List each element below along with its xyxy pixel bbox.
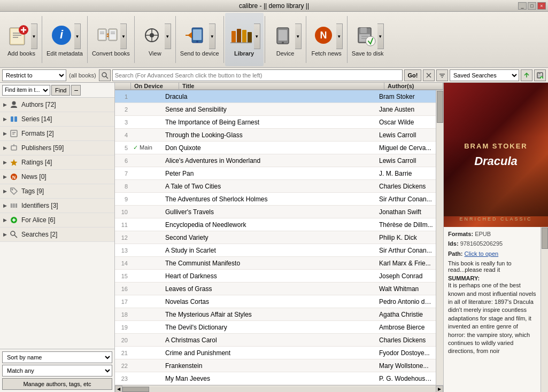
svg-point-33 (282, 42, 284, 44)
device-arrow[interactable]: ▼ (295, 23, 302, 49)
table-row[interactable]: 22FrankensteinMary Wollstone... (115, 359, 436, 372)
svg-rect-69 (12, 203, 13, 208)
table-row[interactable]: 1DraculaBram Stoker (115, 90, 436, 103)
book-list-scrollbar[interactable] (436, 90, 443, 385)
find-type-select[interactable]: Find item in t... (2, 85, 50, 96)
add-books-icon (5, 22, 31, 48)
table-row[interactable]: 20A Christmas CarolCharles Dickens (115, 334, 436, 347)
identifiers-header[interactable]: ▶ Identifiers [3] (0, 199, 114, 213)
send-to-device-arrow[interactable]: ▼ (209, 23, 215, 49)
advanced-search-button[interactable] (99, 69, 111, 81)
table-row[interactable]: 8A Tale of Two CitiesCharles Dickens (115, 180, 436, 193)
table-row[interactable]: 7Peter PanJ. M. Barrie (115, 167, 436, 180)
detail-scrollbar[interactable] (541, 227, 548, 392)
convert-books-button[interactable]: ▼ Convert books (89, 13, 133, 66)
h-scroll-thumb[interactable] (122, 387, 149, 392)
sort-by-select[interactable]: Sort by name (2, 351, 112, 363)
news-header[interactable]: ▶ N News [0] (0, 170, 114, 184)
library-arrow[interactable]: ▼ (254, 23, 260, 49)
row-on-device: ✓ Main (131, 144, 163, 151)
row-title: A Study in Scarlet (163, 247, 377, 254)
publishers-header[interactable]: ▶ Publishers [59] (0, 141, 114, 155)
table-row[interactable]: 19The Devil's DictionaryAmbrose Bierce (115, 321, 436, 334)
book-list[interactable]: 1DraculaBram Stoker2Sense and Sensibilit… (115, 90, 436, 385)
convert-books-arrow[interactable]: ▼ (120, 23, 127, 49)
table-row[interactable]: 15Heart of DarknessJoseph Conrad (115, 270, 436, 283)
window-controls[interactable]: _ □ × (518, 2, 546, 10)
h-scroll-right-button[interactable]: ▶ (436, 386, 443, 393)
restrict-to-select[interactable]: Restrict to (2, 69, 66, 81)
clear-search-button[interactable] (423, 69, 435, 81)
formats-header[interactable]: ▶ Formats [2] (0, 127, 114, 140)
table-row[interactable]: 13A Study in ScarletSir Arthur Conan... (115, 244, 436, 257)
edit-metadata-button[interactable]: i ▼ Edit metadata (43, 13, 86, 66)
h-scroll-left-button[interactable]: ◀ (115, 386, 122, 393)
close-button[interactable]: × (537, 2, 546, 10)
save-to-disk-label: Save to disk (352, 50, 384, 57)
table-row[interactable]: 16Leaves of GrassWalt Whitman (115, 283, 436, 295)
svg-rect-47 (441, 75, 444, 76)
table-row[interactable]: 4Through the Looking-GlassLewis Carroll (115, 129, 436, 142)
table-row[interactable]: 9The Adventures of Sherlock HolmesSir Ar… (115, 193, 436, 206)
table-row[interactable]: 11Encyclopedia of NeedleworkThérèse de D… (115, 218, 436, 231)
send-to-device-button[interactable]: ▼ Send to device (177, 13, 222, 66)
row-number: 20 (115, 337, 131, 343)
row-title: Dracula (163, 93, 377, 100)
on-device-column-header[interactable]: On Device (131, 83, 179, 89)
table-row[interactable]: 23My Man JeevesP. G. Wodehouse... (115, 372, 436, 385)
h-scroll-track[interactable] (122, 387, 436, 392)
view-arrow[interactable]: ▼ (165, 23, 171, 49)
svg-text:N: N (12, 175, 16, 180)
fetch-news-arrow[interactable]: ▼ (336, 23, 343, 49)
book-list-panel: On Device Title Author(s) 1DraculaBram S… (115, 83, 444, 392)
publishers-section: ▶ Publishers [59] (0, 141, 114, 155)
searches-header[interactable]: ▶ Searches [2] (0, 228, 114, 241)
view-button[interactable]: ▼ View (136, 13, 174, 66)
go-button[interactable]: Go! (404, 69, 421, 81)
find-clear-button[interactable]: − (71, 85, 81, 96)
library-button[interactable]: ▼ Library (225, 13, 264, 66)
find-button[interactable]: Find (51, 85, 70, 96)
edit-metadata-arrow[interactable]: ▼ (74, 23, 81, 49)
match-any-select[interactable]: Match any (2, 365, 112, 377)
search-input[interactable] (112, 69, 403, 81)
table-row[interactable]: 10Gulliver's TravelsJonathan Swift (115, 206, 436, 218)
fetch-news-button[interactable]: N ▼ Fetch news (307, 13, 346, 66)
table-row[interactable]: 3The Importance of Being EarnestOscar Wi… (115, 116, 436, 129)
ratings-header[interactable]: ▶ Ratings [4] (0, 155, 114, 169)
book-list-scroll-thumb[interactable] (437, 91, 443, 123)
table-row[interactable]: 14The Communist ManifestoKarl Marx & Fri… (115, 257, 436, 270)
table-row[interactable]: 2Sense and SensibilityJane Austen (115, 103, 436, 116)
table-row[interactable]: 6Alice's Adventures in WonderlandLewis C… (115, 154, 436, 167)
svg-rect-23 (193, 29, 202, 40)
table-row[interactable]: 18The Mysterious Affair at StylesAgatha … (115, 308, 436, 321)
save-to-disk-button[interactable]: ▼ Save to disk (349, 13, 387, 66)
device-button[interactable]: ▼ Device (266, 13, 305, 66)
table-row[interactable]: 21Crime and PunishmentFyodor Dostoye... (115, 347, 436, 359)
save-to-disk-arrow[interactable]: ▼ (377, 23, 384, 49)
table-row[interactable]: 5✓ MainDon QuixoteMiguel de Cerva... (115, 142, 436, 154)
row-number: 14 (115, 260, 131, 266)
detail-scroll-thumb[interactable] (542, 228, 548, 249)
table-row[interactable]: 12Second VarietyPhilip K. Dick (115, 231, 436, 244)
add-books-arrow[interactable]: ▼ (31, 23, 37, 49)
load-search-button[interactable] (521, 69, 532, 81)
author-column-header[interactable]: Author(s) (384, 83, 443, 89)
tags-header[interactable]: ▶ Tags [9] (0, 184, 114, 198)
maximize-button[interactable]: □ (528, 2, 536, 10)
foralice-header[interactable]: ▶ For Alice [6] (0, 213, 114, 227)
save-search-button[interactable] (534, 69, 546, 81)
row-title: The Devil's Dictionary (163, 324, 377, 331)
search-options-button[interactable] (436, 69, 448, 81)
saved-searches-select[interactable]: Saved Searches (450, 69, 519, 81)
table-row[interactable]: 17Novelas CortasPedro Antonio de... (115, 295, 436, 308)
svg-point-56 (12, 101, 16, 105)
authors-header[interactable]: ▶ Authors [72] (0, 98, 114, 112)
formats-label: Formats: (448, 231, 473, 237)
manage-button[interactable]: Manage authors, tags, etc (2, 378, 112, 390)
minimize-button[interactable]: _ (518, 2, 527, 10)
title-column-header[interactable]: Title (179, 83, 384, 89)
path-link[interactable]: Click to open (465, 250, 499, 257)
add-books-button[interactable]: ▼ Add books (2, 13, 41, 66)
series-header[interactable]: ▶ Series [14] (0, 112, 114, 126)
